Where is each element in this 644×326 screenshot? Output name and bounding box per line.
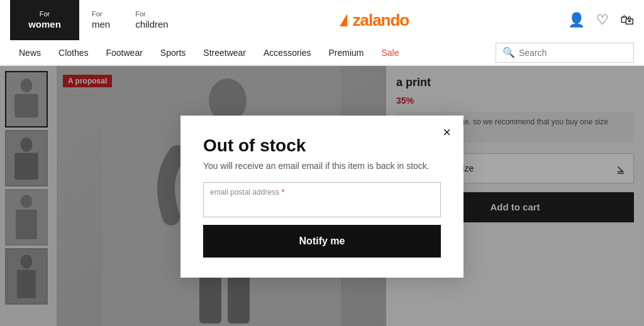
search-icon: 🔍: [502, 46, 515, 58]
email-field-wrapper: email postal address *: [203, 182, 441, 217]
wishlist-icon[interactable]: ♡: [596, 12, 609, 28]
for-children-label: children: [135, 19, 169, 30]
modal-description: You will receive an email email if this …: [203, 161, 441, 171]
account-icon[interactable]: 👤: [568, 12, 585, 28]
header-icons: 👤 ♡ 🛍: [568, 12, 634, 28]
zalando-logo[interactable]: zalando: [340, 11, 409, 30]
for-children-prefix: For: [135, 10, 146, 18]
logo-text: zalando: [352, 11, 409, 30]
for-women-prefix: For: [40, 10, 50, 18]
email-field-label: email postal address *: [210, 188, 434, 197]
nav-item-sale[interactable]: Sale: [373, 40, 408, 65]
modal-title: Out of stock: [203, 136, 441, 156]
header: For women For men For children zalando 👤…: [0, 0, 644, 66]
required-asterisk: *: [281, 188, 284, 197]
notify-me-button[interactable]: Notify me: [203, 225, 441, 258]
search-box: 🔍: [496, 43, 634, 63]
nav-item-clothes[interactable]: Clothes: [50, 40, 97, 65]
for-men-button[interactable]: For men: [79, 0, 123, 40]
out-of-stock-modal: × Out of stock You will receive an email…: [180, 116, 464, 278]
logo-triangle-icon: [340, 14, 347, 26]
main-content: A proposal: [0, 66, 644, 326]
nav-item-footwear[interactable]: Footwear: [97, 40, 151, 65]
for-men-label: men: [92, 19, 110, 30]
modal-close-button[interactable]: ×: [443, 126, 451, 139]
email-input[interactable]: [210, 197, 434, 212]
nav-item-accessories[interactable]: Accessories: [255, 40, 319, 65]
nav-item-news[interactable]: News: [10, 40, 50, 65]
for-men-prefix: For: [92, 10, 103, 18]
for-women-button[interactable]: For women: [10, 0, 79, 40]
logo-area: zalando: [181, 11, 568, 30]
nav-item-premium[interactable]: Premium: [319, 40, 372, 65]
for-children-button[interactable]: For children: [123, 0, 181, 40]
nav-item-sports[interactable]: Sports: [152, 40, 194, 65]
cart-icon[interactable]: 🛍: [620, 12, 634, 28]
header-top: For women For men For children zalando 👤…: [0, 0, 644, 40]
modal-overlay: × Out of stock You will receive an email…: [0, 66, 644, 326]
search-input[interactable]: [519, 48, 629, 58]
navigation: News Clothes Footwear Sports Streetwear …: [0, 40, 644, 65]
for-women-label: women: [28, 19, 61, 30]
nav-item-streetwear[interactable]: Streetwear: [194, 40, 255, 65]
